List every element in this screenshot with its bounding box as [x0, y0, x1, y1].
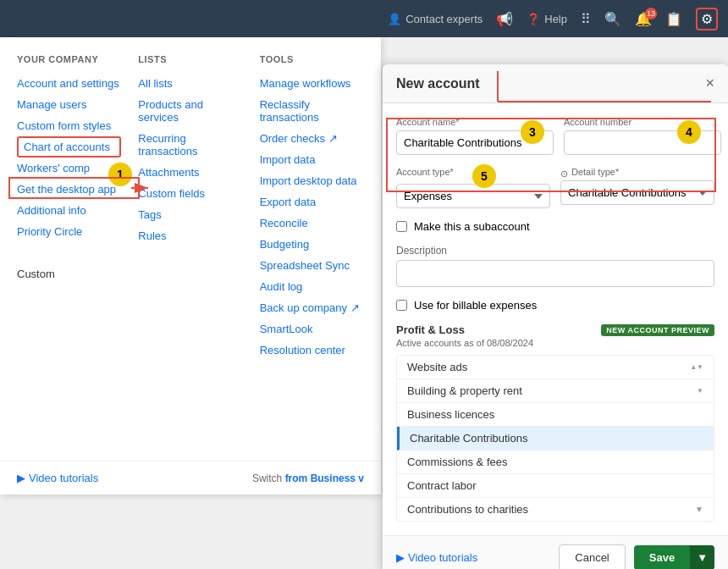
contact-experts[interactable]: 👤 Contact experts: [388, 13, 483, 25]
cancel-button[interactable]: Cancel: [559, 544, 625, 569]
import-desktop-item[interactable]: Import desktop data: [260, 170, 364, 191]
recurring-transactions-item[interactable]: Recurring transactions: [138, 128, 242, 162]
menu-footer: ▶ Video tutorials Switch from Business v: [0, 461, 381, 494]
audit-log-item[interactable]: Audit log: [260, 276, 364, 297]
modal-title: New account: [396, 76, 480, 91]
preview-item-contributions: Contributions to charities ▼: [397, 498, 714, 521]
preview-badge: NEW ACCOUNT PREVIEW: [601, 324, 714, 336]
tools-header: TOOLS: [260, 54, 364, 64]
chart-of-accounts-item[interactable]: Chart of accounts: [17, 136, 121, 157]
detail-type-select[interactable]: Charitable Contributions: [560, 180, 714, 205]
new-account-modal: New account × Account name* Account numb…: [383, 64, 728, 569]
topbar: 👤 Contact experts 📢 ❓ Help ⠿ 🔍 🔔 13 📋 ⚙: [0, 0, 728, 37]
notification-icon[interactable]: 🔔 13: [635, 11, 652, 27]
preview-item-website-ads: Website ads ▲▼: [397, 356, 714, 379]
play-icon: ▶: [17, 472, 25, 484]
order-checks-item[interactable]: Order checks ↗: [260, 128, 364, 149]
scroll-indicator: ▼: [695, 505, 703, 514]
your-company-col: YOUR COMPANY Account and settings Manage…: [17, 54, 121, 444]
custom-label: Custom: [17, 268, 121, 280]
billable-label: Use for billable expenses: [414, 299, 537, 312]
search-icon[interactable]: 🔍: [604, 11, 621, 27]
smartlook-item[interactable]: SmartLook: [260, 318, 364, 340]
grid-icon[interactable]: ⠿: [581, 11, 591, 27]
save-dropdown-button[interactable]: ▼: [690, 545, 714, 569]
modal-footer: ▶ Video tutorials Cancel Save ▼: [383, 535, 728, 569]
attachments-item[interactable]: Attachments: [138, 162, 242, 183]
step-badge-3: 3: [521, 120, 544, 144]
account-type-select[interactable]: Expenses: [396, 184, 550, 208]
budgeting-item[interactable]: Budgeting: [260, 234, 364, 255]
notification-badge: 13: [645, 8, 657, 19]
switch-text: Switch from Business v: [252, 472, 364, 484]
your-company-header: YOUR COMPANY: [17, 54, 121, 64]
reclassify-transactions-item[interactable]: Reclassify transactions: [260, 94, 364, 128]
gear-icon[interactable]: ⚙: [696, 8, 718, 30]
import-data-item[interactable]: Import data: [260, 149, 364, 170]
preview-item-building-rent: Building & property rent ▼: [397, 379, 714, 403]
modal-video-link[interactable]: ▶ Video tutorials: [396, 551, 477, 564]
description-label: Description: [396, 245, 714, 257]
custom-fields-item[interactable]: Custom fields: [138, 183, 242, 204]
desktop-app-item[interactable]: Get the desktop app: [17, 179, 121, 200]
lists-header: LISTS: [138, 54, 242, 64]
step-badge-5: 5: [472, 164, 496, 188]
preview-item-business-licences: Business licences: [397, 403, 714, 427]
manage-workflows-item[interactable]: Manage workflows: [260, 73, 364, 94]
preview-item-contract-labor: Contract labor: [397, 474, 714, 498]
step-badge-1: 1: [108, 163, 132, 186]
export-data-item[interactable]: Export data: [260, 191, 364, 213]
save-button-group: Save ▼: [634, 545, 714, 569]
play-icon-modal: ▶: [396, 551, 405, 564]
preview-item-charitable: Charitable Contributions: [397, 427, 714, 450]
modal-actions: Cancel Save ▼: [559, 544, 714, 569]
custom-form-styles-item[interactable]: Custom form styles: [17, 115, 121, 136]
save-button[interactable]: Save: [634, 545, 690, 569]
sort-arrows-website: ▲▼: [690, 363, 703, 371]
workers-comp-item[interactable]: Workers' comp: [17, 157, 121, 179]
preview-list: Website ads ▲▼ Building & property rent …: [396, 355, 714, 522]
rules-item[interactable]: Rules: [138, 225, 242, 246]
products-services-item[interactable]: Products and services: [138, 94, 242, 128]
help-circle-icon: ❓: [527, 13, 540, 25]
spreadsheet-sync-item[interactable]: Spreadsheet Sync: [260, 255, 364, 276]
help-button[interactable]: ❓ Help: [527, 13, 567, 25]
account-settings-item[interactable]: Account and settings: [17, 73, 121, 94]
manage-users-item[interactable]: Manage users: [17, 94, 121, 115]
preview-title: Profit & Loss: [396, 323, 465, 336]
billable-checkbox[interactable]: [396, 300, 407, 311]
description-group: Description: [396, 245, 714, 287]
modal-close-button[interactable]: ×: [705, 75, 714, 92]
main-area: YOUR COMPANY Account and settings Manage…: [0, 37, 728, 569]
person-icon: 👤: [388, 13, 401, 25]
modal-header: New account ×: [383, 64, 728, 103]
modal-body: Account name* Account number Account typ…: [383, 103, 728, 535]
billable-row: Use for billable expenses: [396, 299, 714, 312]
reconcile-item[interactable]: Reconcile: [260, 213, 364, 234]
account-type-row: Account type* Expenses ⊙ Detail type* Ch…: [396, 167, 714, 208]
priority-circle-item[interactable]: Priority Circle: [17, 221, 121, 242]
subaccount-row: Make this a subaccount: [396, 220, 714, 233]
tools-col: TOOLS Manage workflows Reclassify transa…: [260, 54, 364, 444]
account-name-row: Account name* Account number: [396, 117, 714, 155]
tags-item[interactable]: Tags: [138, 204, 242, 225]
video-tutorials-link[interactable]: ▶ Video tutorials: [17, 472, 98, 484]
preview-item-commissions: Commissions & fees: [397, 450, 714, 474]
description-input[interactable]: [396, 260, 714, 287]
additional-info-item[interactable]: Additional info: [17, 200, 121, 221]
resolution-center-item[interactable]: Resolution center: [260, 340, 364, 361]
detail-type-label: Detail type*: [571, 167, 619, 177]
backup-company-item[interactable]: Back up company ↗: [260, 297, 364, 318]
subaccount-label: Make this a subaccount: [414, 220, 530, 233]
dropdown-menu: YOUR COMPANY Account and settings Manage…: [0, 37, 381, 494]
step-badge-4: 4: [677, 120, 701, 144]
preview-section: Profit & Loss NEW ACCOUNT PREVIEW Active…: [396, 323, 714, 522]
subaccount-checkbox[interactable]: [396, 221, 407, 232]
account-type-label: Account type*: [396, 167, 454, 177]
megaphone-icon[interactable]: 📢: [496, 11, 513, 27]
detail-type-group: ⊙ Detail type* Charitable Contributions: [560, 167, 714, 208]
preview-header: Profit & Loss NEW ACCOUNT PREVIEW: [396, 323, 714, 336]
lists-col: LISTS All lists Products and services Re…: [138, 54, 242, 444]
clipboard-icon[interactable]: 📋: [665, 11, 682, 27]
all-lists-item[interactable]: All lists: [138, 73, 242, 94]
